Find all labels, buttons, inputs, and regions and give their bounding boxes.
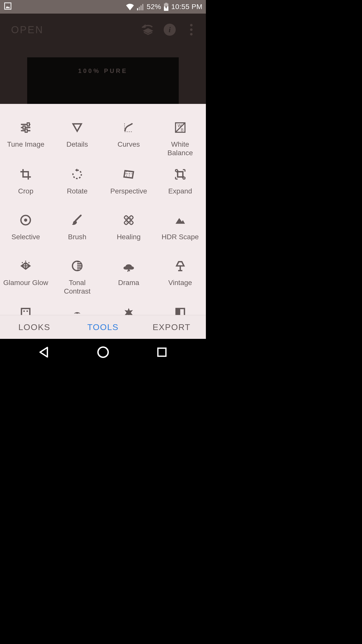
selective-icon [19,213,33,227]
tool-glamour-glow[interactable]: Glamour Glow [0,259,52,296]
tool-label: Selective [12,233,40,241]
recents-button[interactable] [156,346,168,359]
tool-vintage[interactable]: Vintage [154,259,206,296]
retrolux-icon [70,306,84,315]
tool-curves[interactable]: Curves [103,120,155,157]
drama-icon [122,259,136,273]
tab-tools[interactable]: TOOLS [69,315,137,339]
tool-label: White Balance [158,140,203,157]
undo-stack-icon[interactable] [141,23,155,37]
tool-label: Expand [168,187,192,195]
curves-icon [122,120,136,135]
tool-brush[interactable]: Brush [52,213,103,249]
home-button[interactable] [96,345,110,360]
clock: 10:55 PM [171,3,202,11]
tool-crop[interactable]: Crop [0,167,52,203]
image-preview-area: 100% PURE [0,46,206,104]
tool-label: Perspective [110,187,147,195]
battery-charging-icon [164,3,169,11]
tool-label: Vintage [168,278,192,287]
svg-rect-0 [5,3,11,9]
grunge-icon [122,306,136,315]
tool-rotate[interactable]: Rotate [52,167,103,203]
tool-label: HDR Scape [162,233,199,241]
tab-export[interactable]: EXPORT [137,315,206,339]
tool-details[interactable]: Details [52,120,103,157]
tool-retrolux[interactable] [52,306,103,315]
tonal-icon [70,259,84,273]
tool-label: Details [66,140,88,149]
perspective-icon [122,167,136,181]
tool-grid: Tune ImageDetailsCurvesWhite BalanceCrop… [0,104,206,315]
svg-rect-5 [142,4,143,10]
tool-bw[interactable] [154,306,206,315]
back-button[interactable] [38,346,51,359]
tool-selective[interactable]: Selective [0,213,52,249]
tool-grunge[interactable] [103,306,155,315]
tool-label: Healing [117,233,141,241]
tool-hdr-scape[interactable]: HDR Scape [154,213,206,249]
tab-looks[interactable]: LOOKS [0,315,69,339]
details-icon [70,120,84,135]
hdr-icon [173,213,187,227]
cell-signal-icon [137,3,144,10]
tool-white-balance[interactable]: White Balance [154,120,206,157]
tool-label: Crop [18,187,33,195]
svg-rect-7 [165,3,167,4]
tool-label: Rotate [67,187,88,195]
svg-marker-11 [40,347,47,357]
rotate-icon [70,167,84,181]
battery-percent: 52% [147,3,161,11]
tool-label: Curves [118,140,140,149]
brush-icon [70,213,84,227]
wb-icon [173,120,187,135]
bottom-tabs: LOOKS TOOLS EXPORT [0,315,206,339]
picture-icon [4,2,12,12]
more-icon[interactable] [184,23,198,37]
svg-rect-3 [139,7,140,10]
svg-rect-2 [137,8,138,10]
tool-grainy-film[interactable] [0,306,52,315]
image-preview: 100% PURE [27,57,179,104]
glow-icon [19,259,33,273]
healing-icon [122,213,136,227]
image-overlay-text: 100% PURE [78,67,128,74]
crop-icon [19,167,33,181]
app-bar: OPEN i [0,14,206,46]
tool-expand[interactable]: Expand [154,167,206,203]
svg-rect-4 [141,5,142,10]
tool-perspective[interactable]: Perspective [103,167,155,203]
tool-label: Tune Image [7,140,44,149]
status-bar: 52% 10:55 PM [0,0,206,14]
svg-rect-13 [158,348,166,356]
svg-marker-1 [6,6,10,8]
tool-tonal-contrast[interactable]: Tonal Contrast [52,259,103,296]
svg-point-12 [98,347,108,357]
android-nav-bar [0,339,206,366]
tool-healing[interactable]: Healing [103,213,155,249]
tune-icon [19,120,33,135]
bw-icon [173,306,187,315]
expand-icon [173,167,187,181]
tool-drama[interactable]: Drama [103,259,155,296]
tool-tune-image[interactable]: Tune Image [0,120,52,157]
tool-label: Brush [68,233,86,241]
grainy-icon [19,306,33,315]
wifi-icon [126,3,134,10]
tool-label: Tonal Contrast [55,278,100,296]
tools-panel: Tune ImageDetailsCurvesWhite BalanceCrop… [0,104,206,315]
info-icon[interactable]: i [163,23,177,37]
vintage-icon [173,259,187,273]
tool-label: Drama [118,278,139,287]
open-button[interactable]: OPEN [11,24,43,35]
tool-label: Glamour Glow [3,278,48,287]
